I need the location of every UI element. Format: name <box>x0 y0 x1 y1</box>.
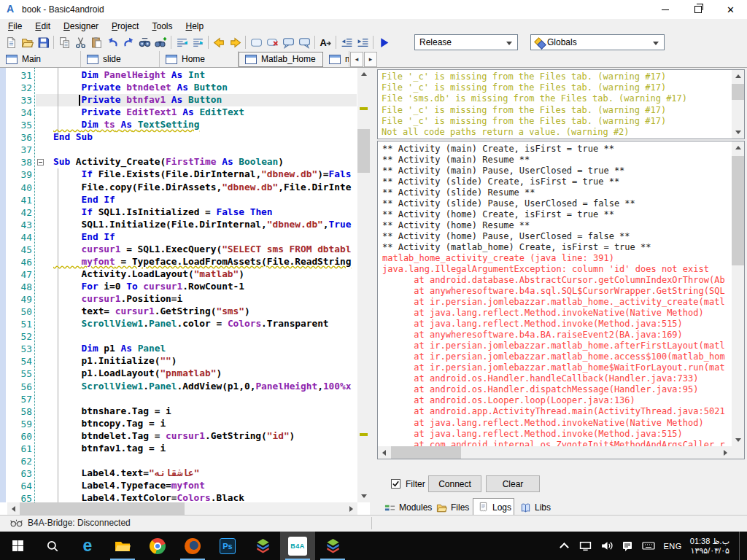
scrollbar-thumb[interactable] <box>391 446 461 459</box>
code-line[interactable]: myfont = Typeface.LoadFromAssets(File.Re… <box>53 256 351 268</box>
scroll-up-button[interactable] <box>357 68 370 80</box>
region-remove-icon[interactable] <box>264 35 280 50</box>
module-tab-main[interactable]: Main <box>0 51 81 67</box>
code-line[interactable]: cursur1 = SQL1.ExecQuery("SELECT sms FRO… <box>53 244 351 256</box>
filter-checkbox[interactable] <box>391 479 400 489</box>
taskbar-edge-button[interactable]: e <box>70 532 105 560</box>
action-center-icon[interactable] <box>621 540 634 553</box>
code-line[interactable]: Dim ts As TextSetting <box>53 119 199 131</box>
uncomment-selection-icon[interactable] <box>296 35 312 50</box>
taskbar-b4a-button[interactable]: B4A <box>280 532 315 560</box>
code-line[interactable]: btnfav1.tag = i <box>53 443 166 455</box>
code-editor[interactable]: 31 Dim PanelHeight As Int32 Private btnd… <box>0 68 370 515</box>
code-line[interactable]: If SQL1.IsInitialized = False Then <box>53 206 273 219</box>
scroll-down-button[interactable] <box>357 490 370 502</box>
code-line[interactable]: Private EditText1 As EditText <box>53 106 244 119</box>
code-line[interactable]: Sub Activity_Create(FirstTime As Boolean… <box>53 156 284 168</box>
code-line[interactable]: End Sub <box>53 131 93 144</box>
code-line[interactable]: cursur1.Position=i <box>53 293 182 306</box>
find-icon[interactable] <box>136 35 152 50</box>
scrollbar-thumb[interactable] <box>20 502 185 515</box>
taskbar-search-button[interactable] <box>35 532 70 560</box>
comment-icon[interactable] <box>174 35 190 50</box>
find-next-icon[interactable] <box>152 35 169 50</box>
navigate-back-icon[interactable] <box>211 35 227 50</box>
code-line[interactable]: ScrollView1.Panel.color = Colors.Transpa… <box>53 318 329 330</box>
taskbar-chrome-button[interactable] <box>140 532 175 560</box>
paste-icon[interactable] <box>88 35 104 50</box>
code-line[interactable]: ScrollView1.Panel.AddView(p1,0,PanelHeig… <box>53 381 351 393</box>
tab-scroll-left[interactable]: ◂ <box>350 52 363 67</box>
menu-tools[interactable]: Tools <box>145 20 179 33</box>
show-desktop-button[interactable] <box>739 532 740 560</box>
redo-icon[interactable] <box>120 35 136 50</box>
chevron-up-icon[interactable] <box>557 540 570 553</box>
code-line[interactable]: Label4.Typeface=myfont <box>53 480 205 492</box>
uncomment-icon[interactable] <box>190 35 206 50</box>
menu-file[interactable]: File <box>1 20 28 33</box>
menu-designer[interactable]: Designer <box>57 20 105 33</box>
tab-scroll-right[interactable]: ▸ <box>364 52 377 67</box>
keyboard-icon[interactable] <box>642 540 655 553</box>
comment-selection-icon[interactable] <box>280 35 296 50</box>
module-tab-home[interactable]: Home <box>160 51 239 67</box>
code-line[interactable]: Dim p1 As Panel <box>53 343 166 355</box>
code-line[interactable]: btndelet.Tag = cursur1.GetString("id") <box>53 430 295 443</box>
horizontal-scrollbar[interactable] <box>378 446 732 459</box>
menu-help[interactable]: Help <box>179 20 210 33</box>
panel-tab-logs[interactable]: Logs <box>473 498 514 516</box>
code-line[interactable]: For i=0 To cursur1.RowCount-1 <box>53 281 244 293</box>
code-line[interactable]: SQL1.Initialize(File.DirInternal,"dbnew.… <box>53 219 351 231</box>
build-configuration-select[interactable]: Release <box>414 34 518 50</box>
panel-tab-libs[interactable]: Libs <box>516 499 549 516</box>
new-file-icon[interactable] <box>3 35 19 50</box>
scroll-left-button[interactable] <box>378 446 390 459</box>
find-symbol-icon[interactable]: A <box>317 35 333 50</box>
code-line[interactable]: p1.Initialize("") <box>53 355 177 368</box>
fold-collapse-box[interactable] <box>37 159 44 166</box>
volume-icon[interactable] <box>600 540 613 553</box>
scroll-down-button[interactable] <box>732 126 744 139</box>
navigate-forward-icon[interactable] <box>227 35 243 50</box>
vertical-scrollbar[interactable] <box>732 70 744 139</box>
connect-button[interactable]: Connect <box>428 475 481 492</box>
module-tab-ma[interactable]: ma <box>323 51 349 67</box>
save-file-icon[interactable] <box>35 35 51 50</box>
code-line[interactable]: text= cursur1.GetString("sms") <box>53 306 250 318</box>
scroll-left-button[interactable] <box>7 502 20 515</box>
code-line[interactable]: If File.Exists(File.DirInternal,"dbnew.d… <box>53 168 351 181</box>
network-icon[interactable] <box>578 540 592 553</box>
menu-edit[interactable]: Edit <box>28 20 57 33</box>
open-file-icon[interactable] <box>19 35 35 50</box>
outdent-icon[interactable] <box>338 35 355 50</box>
scroll-right-button[interactable] <box>719 446 732 459</box>
scroll-up-button[interactable] <box>732 141 744 154</box>
code-line[interactable]: Label4.text="عاشقانه" <box>53 467 199 480</box>
module-tab-slide[interactable]: slide <box>81 51 160 67</box>
taskbar-start-button[interactable] <box>0 532 35 560</box>
scroll-down-button[interactable] <box>732 434 744 446</box>
minimize-button[interactable] <box>649 0 681 19</box>
region-icon[interactable] <box>248 35 264 50</box>
panel-tab-modules[interactable]: Modules <box>380 499 429 516</box>
vertical-scrollbar[interactable] <box>357 68 370 502</box>
code-line[interactable]: Activity.LoadLayout("matlab") <box>53 268 244 281</box>
code-line[interactable]: p1.LoadLayout("pnmatlab") <box>53 368 222 380</box>
code-line[interactable]: Dim PanelHeight As Int <box>53 69 205 82</box>
taskbar-clock[interactable]: 01:38 ب.ظ ۱۳۹۵/۰۳/۰۵ <box>690 537 729 556</box>
code-line[interactable]: btncopy.Tag = i <box>53 418 166 430</box>
panel-tab-files[interactable]: Files <box>432 499 470 516</box>
taskbar-firefox-button[interactable] <box>175 532 210 560</box>
undo-icon[interactable] <box>104 35 120 50</box>
scroll-right-button[interactable] <box>345 502 357 515</box>
scroll-up-button[interactable] <box>732 70 744 82</box>
cut-icon[interactable] <box>72 35 88 50</box>
scrollbar-thumb[interactable] <box>357 129 370 173</box>
clear-button[interactable]: Clear <box>486 475 540 492</box>
code-line[interactable]: File.copy(File.DirAssets,"dbnew.db",File… <box>53 182 351 194</box>
scrollbar-thumb[interactable] <box>732 156 744 265</box>
taskbar-photoshop-button[interactable]: Ps <box>210 532 245 560</box>
module-tab-matlab_home[interactable]: Matlab_Home <box>239 52 323 67</box>
taskbar-bluestacks-2-button[interactable] <box>315 532 350 560</box>
close-button[interactable]: ✕ <box>714 0 747 19</box>
